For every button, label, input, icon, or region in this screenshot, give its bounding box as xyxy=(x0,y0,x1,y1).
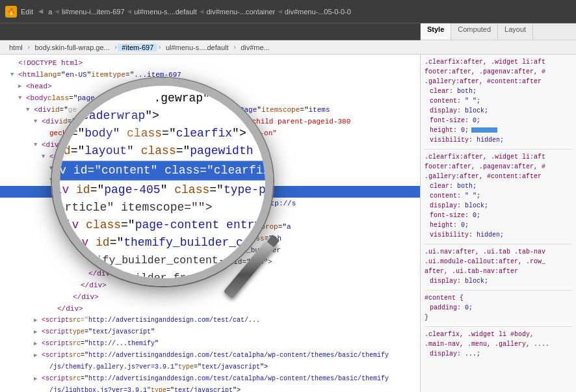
breadcrumb-div-container[interactable]: div#menu-...container xyxy=(206,8,275,16)
dom-line-script1[interactable]: <script src="http://advertisinganddesign… xyxy=(0,315,420,326)
path-item-697[interactable]: #item-697 xyxy=(118,44,157,51)
triangle-page405-icon[interactable] xyxy=(65,198,73,209)
breadcrumb-li[interactable]: li#menu-i...item-697 xyxy=(62,8,125,16)
height-bar xyxy=(471,127,497,133)
dom-line-script3[interactable]: <script src="http://...themify" xyxy=(0,338,420,350)
devtools-toolbar: 🔥 Edit ◀ a ◀ li#menu-i...item-697 ◀ ul#m… xyxy=(0,0,576,23)
dom-line-close-div1: </div> xyxy=(0,268,420,280)
triangle-script1-icon[interactable] xyxy=(34,315,42,326)
triangle-gallery-icon[interactable] xyxy=(34,350,42,361)
dom-line-body[interactable]: <body class="page p..." xyxy=(0,92,420,104)
dom-line-doctype: <!DOCTYPE html> xyxy=(0,57,420,69)
dom-line-body-clearfix[interactable]: <div id="body" class="clearfix"> xyxy=(0,163,420,174)
dom-line-article: /Article" itemscope=""> xyxy=(0,209,420,221)
path-body[interactable]: body.skin-full-wrap.ge... xyxy=(31,44,113,51)
breadcrumb-a[interactable]: a xyxy=(48,8,52,16)
dom-line-page-content[interactable]: <div class="page-content entry-content" … xyxy=(0,221,420,233)
css-rule-ui-nav: .ui.nav:after, .ui.tab .tab-nav.ui.modul… xyxy=(425,247,572,286)
path-ul[interactable]: ul#menu-s....default xyxy=(162,44,233,51)
devtools-logo-icon: 🔥 xyxy=(5,6,17,18)
dom-line-div-ge[interactable]: <div id="ge itype="http://schema.org/Web… xyxy=(0,104,420,116)
triangle-div-ge-icon[interactable] xyxy=(26,105,34,115)
dom-line-script2[interactable]: <script type="text/javascript" xyxy=(0,326,420,338)
dom-path-bar: html › body.skin-full-wrap.ge... › #item… xyxy=(0,40,576,55)
dom-line-div-gewrap[interactable]: <div id=" .gewrap" class="hfeed site"> xyxy=(0,139,420,151)
triangle-body-cf-icon[interactable] xyxy=(49,163,57,174)
dom-line-headerwrap[interactable]: <div id="headerwrap"> xyxy=(0,151,420,163)
dom-line-script-gallery[interactable]: <script src="http://advertisinganddesign… xyxy=(0,350,420,361)
styles-panel: .clearfix:after, .widget li:aftfooter:af… xyxy=(420,55,576,392)
triangle-script2-icon[interactable] xyxy=(34,327,42,337)
tab-layout[interactable]: Layout xyxy=(498,23,533,40)
css-rule-clearfix-2: .clearfix:after, .widget li:aftfooter:af… xyxy=(425,152,572,240)
dom-line-gallery2: /js/themify.gallery.js?ver=3.9.1" type="… xyxy=(0,361,420,373)
breadcrumb-ul[interactable]: ul#menu-s....default xyxy=(134,8,197,16)
dom-line-themify[interactable]: <div id="themify_builder_content-405" cl… xyxy=(0,233,420,244)
style-panel-tabs: Style Computed Layout xyxy=(420,23,576,40)
triangle-body-icon[interactable] xyxy=(18,93,26,103)
triangle-lightbox-icon[interactable] xyxy=(34,374,42,384)
dom-line-head[interactable]: <head> xyxy=(0,81,420,92)
toolbar-separator: ◀ xyxy=(37,7,44,16)
tab-style[interactable]: Style xyxy=(421,23,451,40)
dom-panel: <!DOCTYPE html> <html lang="en-US" itemt… xyxy=(0,55,420,392)
triangle-themify-icon[interactable] xyxy=(81,233,88,244)
edit-menu[interactable]: Edit xyxy=(21,8,33,16)
dom-line-content[interactable]: <div id="content" class="clearfix"> xyxy=(0,186,420,198)
triangle-head-icon[interactable] xyxy=(18,81,26,92)
dom-line-lightbox[interactable]: <script src="http://advertisinganddesign… xyxy=(0,373,420,385)
dom-line-close-div4: </div> xyxy=(0,303,420,315)
css-rule-content: #content { padding: 0; } xyxy=(425,293,572,322)
main-content: <!DOCTYPE html> <html lang="en-US" itemt… xyxy=(0,55,576,392)
dom-line-lightbox2: /js/lightbox.js?ver=3.9.1" type="text/ja… xyxy=(0,385,420,392)
dom-line-div-page[interactable]: <div id=" e page-id-405 page-parent page… xyxy=(0,116,420,127)
dom-line-themify3: themify_builder_front" data-postid="405"… xyxy=(0,256,420,268)
triangle-div-page-icon[interactable] xyxy=(34,116,42,127)
dom-line-gecko: gecko not-ie default_width sidebar-none … xyxy=(0,127,420,139)
css-rule-clearfix-body: .clearfix, .widget li #body,.main-nav, .… xyxy=(425,330,572,359)
dom-line-close-div2: </div> xyxy=(0,280,420,291)
dom-line-page-405[interactable]: <div id="page-405" class="type-page" ite… xyxy=(0,198,420,209)
devtools-window: 🔥 Edit ◀ a ◀ li#menu-i...item-697 ◀ ul#m… xyxy=(0,0,576,392)
tab-computed[interactable]: Computed xyxy=(451,23,498,40)
breadcrumb-div-end[interactable]: div#menu-...05-0-0-0 xyxy=(285,8,351,16)
triangle-content-icon[interactable] xyxy=(57,187,65,197)
dom-line-close-div3: </div> xyxy=(0,291,420,303)
dom-line-themify2: themify_builder_content-405 themify_buil… xyxy=(0,244,420,256)
triangle-layout-icon[interactable] xyxy=(49,175,57,185)
path-div-me[interactable]: div#me... xyxy=(237,44,274,51)
triangle-gewrap-icon[interactable] xyxy=(34,140,42,150)
toolbar-breadcrumb: a ◀ li#menu-i...item-697 ◀ ul#menu-s....… xyxy=(48,7,571,16)
path-html[interactable]: html xyxy=(5,44,27,51)
triangle-script3-icon[interactable] xyxy=(34,339,42,349)
triangle-page-content-icon[interactable] xyxy=(73,222,81,232)
styles-content: .clearfix:after, .widget li:aftfooter:af… xyxy=(421,55,576,376)
dom-line-html[interactable]: <html lang="en-US" itemtype="...item-697 xyxy=(0,69,420,81)
triangle-html-icon[interactable] xyxy=(10,70,18,80)
dom-line-layout[interactable]: <div id="layout" class="pagewidth clearf… xyxy=(0,174,420,186)
css-rule-clearfix-1: .clearfix:after, .widget li:aftfooter:af… xyxy=(425,57,572,145)
triangle-headerwrap-icon[interactable] xyxy=(42,151,49,162)
